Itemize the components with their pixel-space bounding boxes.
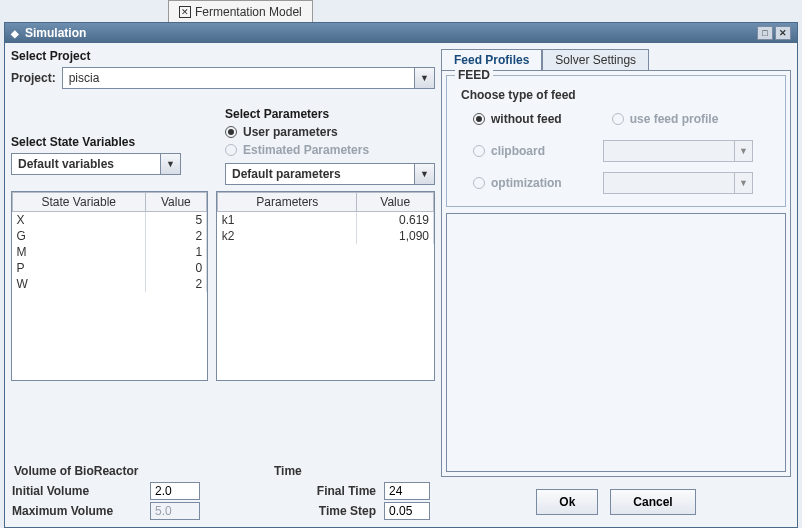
maximum-volume-input <box>150 502 200 520</box>
table-row: P0 <box>13 260 207 276</box>
radio-label: optimization <box>491 176 591 190</box>
radio-dot-icon <box>225 126 237 138</box>
feed-preview-area <box>446 213 786 472</box>
radio-without-feed[interactable]: without feed <box>473 112 562 126</box>
col-header: State Variable <box>13 193 146 212</box>
background-tab-label: Fermentation Model <box>195 5 302 19</box>
radio-clipboard: clipboard <box>473 144 591 158</box>
chevron-down-icon[interactable]: ▼ <box>160 154 180 174</box>
simulation-dialog: ◆ Simulation □ ✕ Select Project Project:… <box>4 22 798 528</box>
radio-dot-icon <box>473 113 485 125</box>
table-row: k10.619 <box>218 212 434 229</box>
radio-dot-icon <box>473 145 485 157</box>
table-row: G2 <box>13 228 207 244</box>
radio-label: without feed <box>491 112 562 126</box>
parameters-table[interactable]: ParametersValue k10.619 k21,090 <box>216 191 435 381</box>
volume-legend: Volume of BioReactor <box>12 464 140 478</box>
col-header: Value <box>357 193 434 212</box>
titlebar: ◆ Simulation □ ✕ <box>5 23 797 43</box>
tab-feed-profiles[interactable]: Feed Profiles <box>441 49 542 70</box>
chevron-down-icon: ▼ <box>734 141 752 161</box>
chevron-down-icon[interactable]: ▼ <box>414 68 434 88</box>
radio-dot-icon <box>612 113 624 125</box>
initial-volume-label: Initial Volume <box>12 484 142 498</box>
table-row: W2 <box>13 276 207 292</box>
final-time-label: Final Time <box>317 484 376 498</box>
col-header: Value <box>145 193 207 212</box>
maximize-icon[interactable]: □ <box>757 26 773 40</box>
radio-user-parameters[interactable]: User parameters <box>225 125 435 139</box>
table-row: M1 <box>13 244 207 260</box>
chevron-down-icon: ▼ <box>734 173 752 193</box>
select-parameters-label: Select Parameters <box>225 107 435 121</box>
final-time-input[interactable] <box>384 482 430 500</box>
radio-label: clipboard <box>491 144 591 158</box>
radio-label: use feed profile <box>630 112 719 126</box>
tab-solver-settings[interactable]: Solver Settings <box>542 49 649 70</box>
time-step-label: Time Step <box>319 504 376 518</box>
dialog-title: Simulation <box>25 26 86 40</box>
state-vars-select[interactable]: Default variables ▼ <box>11 153 181 175</box>
radio-label: User parameters <box>243 125 338 139</box>
state-vars-value: Default variables <box>12 157 160 171</box>
radio-optimization: optimization <box>473 176 591 190</box>
clipboard-select: ▼ <box>603 140 753 162</box>
cancel-button[interactable]: Cancel <box>610 489 695 515</box>
feed-fieldset: FEED Choose type of feed without feed us… <box>446 75 786 207</box>
state-variable-table[interactable]: State VariableValue X5 G2 M1 P0 W2 <box>11 191 208 381</box>
radio-use-feed-profile: use feed profile <box>612 112 719 126</box>
project-select[interactable]: piscia ▼ <box>62 67 435 89</box>
radio-dot-icon <box>225 144 237 156</box>
feed-profiles-pane: FEED Choose type of feed without feed us… <box>441 70 791 477</box>
radio-dot-icon <box>473 177 485 189</box>
select-project-label: Select Project <box>11 49 435 63</box>
select-state-vars-label: Select State Variables <box>11 135 217 149</box>
close-icon[interactable]: ✕ <box>179 6 191 18</box>
initial-volume-input[interactable] <box>150 482 200 500</box>
table-row: X5 <box>13 212 207 229</box>
time-legend: Time <box>272 464 304 478</box>
maximum-volume-label: Maximum Volume <box>12 504 142 518</box>
project-label: Project: <box>11 71 56 85</box>
diamond-icon: ◆ <box>11 28 19 39</box>
table-row: k21,090 <box>218 228 434 244</box>
time-step-input[interactable] <box>384 502 430 520</box>
parameters-select[interactable]: Default parameters ▼ <box>225 163 435 185</box>
optimization-select: ▼ <box>603 172 753 194</box>
background-tab[interactable]: ✕ Fermentation Model <box>168 0 313 22</box>
feed-legend: FEED <box>455 68 493 82</box>
ok-button[interactable]: Ok <box>536 489 598 515</box>
choose-feed-label: Choose type of feed <box>461 88 775 102</box>
project-value: piscia <box>63 71 414 85</box>
radio-estimated-parameters: Estimated Parameters <box>225 143 435 157</box>
close-dialog-icon[interactable]: ✕ <box>775 26 791 40</box>
chevron-down-icon[interactable]: ▼ <box>414 164 434 184</box>
col-header: Parameters <box>218 193 357 212</box>
parameters-value: Default parameters <box>226 167 414 181</box>
radio-label: Estimated Parameters <box>243 143 369 157</box>
